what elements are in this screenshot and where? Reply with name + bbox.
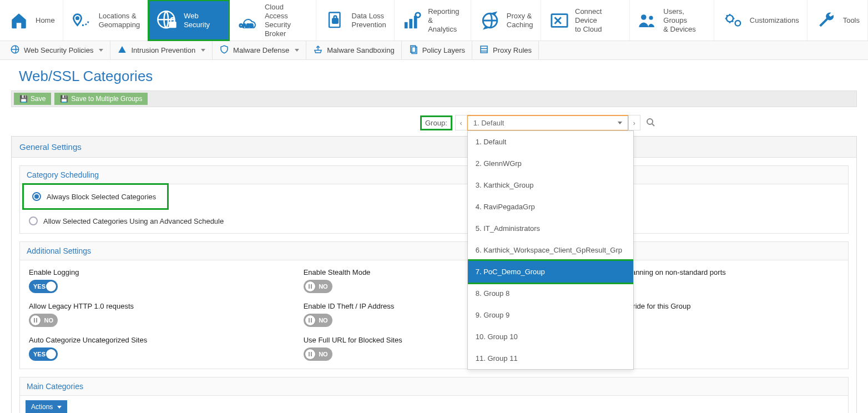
- svg-point-20: [647, 119, 653, 124]
- group-option[interactable]: 5. IT_Administrators: [468, 218, 633, 239]
- toggle-switch[interactable]: YES: [29, 280, 58, 293]
- toggle-knob: [305, 315, 315, 325]
- toggle-text: YES: [33, 283, 46, 290]
- subnav-ips[interactable]: Intrusion Prevention: [110, 41, 213, 59]
- nav-home[interactable]: Home: [0, 0, 63, 41]
- svg-rect-11: [552, 14, 567, 27]
- group-option[interactable]: 1. Default: [468, 131, 633, 153]
- nav-tools[interactable]: Tools: [808, 0, 868, 41]
- nav-label: Customizations: [750, 16, 799, 25]
- subnav-wsp[interactable]: Web Security Policies: [3, 41, 110, 59]
- save-button[interactable]: 💾 Save: [14, 93, 51, 105]
- reporting-icon: [402, 9, 422, 32]
- subnav-malware[interactable]: Malware Defense: [213, 41, 306, 59]
- additional-settings-header: Additional Settings: [20, 242, 848, 260]
- nav-users[interactable]: Users, Groups & Devices: [630, 0, 714, 41]
- subnav-layers[interactable]: Policy Layers: [402, 41, 472, 59]
- dlp-icon: [324, 9, 346, 32]
- nav-reporting[interactable]: Reporting & Analytics: [395, 0, 471, 41]
- toggle-text: NO: [319, 351, 328, 357]
- nav-proxy[interactable]: Proxy & Caching: [471, 0, 542, 41]
- group-dropdown[interactable]: 1. Default2. GlennWGrp3. Karthick_Group4…: [467, 130, 634, 370]
- subnav-label: Web Security Policies: [24, 46, 93, 54]
- group-option[interactable]: 8. Group 8: [468, 283, 633, 304]
- group-next-button[interactable]: ›: [628, 115, 640, 130]
- nav-locations[interactable]: Locations & Geomapping: [63, 0, 148, 41]
- sub-nav: Web Security PoliciesIntrusion Preventio…: [0, 41, 868, 60]
- setting-item: Auto Categorize Uncategorized SitesYES: [29, 336, 290, 361]
- svg-rect-19: [481, 46, 487, 53]
- toggle-knob: [305, 281, 315, 291]
- toggle-text: YES: [33, 351, 46, 357]
- chevron-down-icon: [201, 49, 205, 52]
- search-icon[interactable]: [646, 118, 655, 128]
- group-option[interactable]: 6. Karthick_Workspace_Client_GpResult_Gr…: [468, 239, 633, 261]
- toggle-switch[interactable]: YES: [29, 347, 58, 361]
- subnav-label: Intrusion Prevention: [131, 46, 195, 54]
- setting-label: Allow Legacy HTTP 1.0 requests: [29, 302, 290, 310]
- settings-grid: Enable LoggingYESEnable Stealth ModeNOEn…: [20, 260, 848, 369]
- layers-icon: [408, 44, 418, 56]
- users-icon: [638, 9, 658, 32]
- toggle-switch[interactable]: NO: [29, 314, 58, 327]
- nav-label: Reporting & Analytics: [428, 7, 463, 34]
- svg-text:CASB: CASB: [239, 23, 254, 28]
- subnav-label: Malware Sandboxing: [327, 46, 394, 54]
- subnav-label: Proxy Rules: [493, 46, 532, 54]
- toggle-switch[interactable]: NO: [304, 314, 332, 327]
- category-scheduling-header: Category Scheduling: [20, 166, 848, 184]
- svg-point-15: [735, 21, 740, 26]
- toggle-switch[interactable]: NO: [304, 347, 332, 361]
- save-multi-label: Save to Multiple Groups: [71, 95, 142, 103]
- additional-settings-panel: Additional Settings Enable LoggingYESEna…: [19, 241, 849, 369]
- radio-always-block[interactable]: Always Block Selected Categories: [23, 184, 168, 209]
- group-option[interactable]: 4. RaviPegadaGrp: [468, 196, 633, 218]
- locations-icon: [71, 9, 93, 32]
- setting-label: Enable Logging: [29, 268, 290, 276]
- nav-casb[interactable]: CASBCloud Access Security Broker: [229, 0, 316, 41]
- group-option[interactable]: 9. Group 9: [468, 304, 633, 326]
- toggle-text: NO: [44, 317, 54, 324]
- group-option[interactable]: 7. PoC_Demo_Group: [468, 261, 633, 283]
- websec-icon: [156, 9, 178, 32]
- nav-label: Cloud Access Security Broker: [265, 3, 308, 38]
- wsp-icon: [10, 44, 20, 56]
- group-option[interactable]: 10. Group 10: [468, 326, 633, 347]
- group-selected-value: 1. Default: [473, 119, 504, 127]
- save-icon: 💾: [19, 95, 28, 103]
- svg-point-9: [416, 12, 421, 17]
- group-option[interactable]: 11. Group 11: [468, 347, 633, 369]
- toggle-switch[interactable]: NO: [304, 280, 332, 293]
- group-option[interactable]: 2. GlennWGrp: [468, 153, 633, 174]
- group-prev-button[interactable]: ‹: [455, 115, 467, 130]
- nav-custom[interactable]: Customizations: [714, 0, 808, 41]
- radio-allow-label: Allow Selected Categories Using an Advan…: [43, 217, 224, 225]
- ips-icon: [117, 44, 127, 56]
- nav-dlp[interactable]: Data Loss Prevention: [316, 0, 395, 41]
- nav-websec[interactable]: Web Security: [148, 0, 229, 41]
- chevron-down-icon: [99, 49, 103, 52]
- save-multi-button[interactable]: 💾 Save to Multiple Groups: [54, 93, 148, 105]
- action-bar: 💾 Save 💾 Save to Multiple Groups: [11, 90, 857, 107]
- home-icon: [8, 9, 30, 32]
- svg-point-0: [76, 17, 78, 19]
- actions-dropdown-button[interactable]: Actions: [26, 400, 67, 413]
- subnav-sandbox[interactable]: Malware Sandboxing: [306, 41, 401, 59]
- svg-line-21: [652, 124, 654, 126]
- group-select-button[interactable]: 1. Default: [467, 115, 628, 130]
- tools-icon: [815, 9, 837, 32]
- category-scheduling-panel: Category Scheduling Always Block Selecte…: [19, 165, 849, 234]
- toggle-knob: [305, 349, 315, 359]
- subnav-proxyrules[interactable]: Proxy Rules: [472, 41, 539, 59]
- svg-point-12: [641, 14, 647, 20]
- subnav-label: Policy Layers: [422, 46, 465, 54]
- svg-rect-5: [332, 18, 338, 23]
- nav-connect[interactable]: Connect Device to Cloud: [541, 0, 629, 41]
- setting-item: Allow Legacy HTTP 1.0 requestsNO: [29, 302, 290, 327]
- group-option[interactable]: 3. Karthick_Group: [468, 174, 633, 196]
- nav-label: Locations & Geomapping: [99, 12, 140, 29]
- group-nav: ‹ 1. Default 1. Default2. GlennWGrp3. Ka…: [455, 115, 640, 130]
- nav-label: Proxy & Caching: [507, 12, 533, 29]
- group-label: Group:: [422, 117, 451, 129]
- radio-allow-schedule[interactable]: Allow Selected Categories Using an Advan…: [20, 209, 848, 233]
